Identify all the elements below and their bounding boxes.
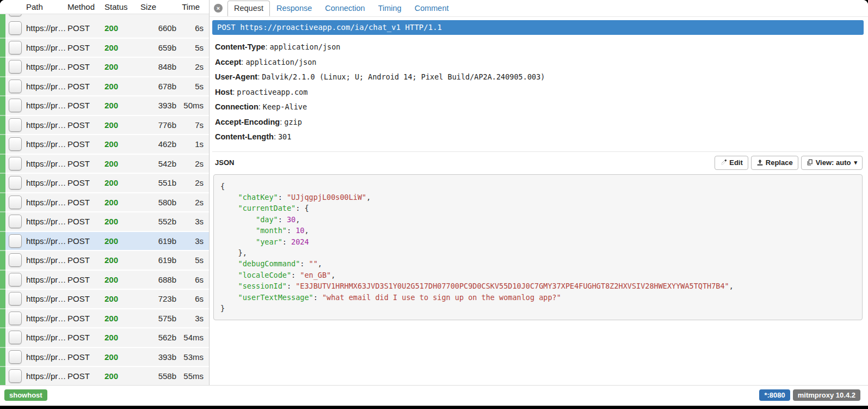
main-area: Path Method Status Size Time https://pr…… <box>0 0 868 385</box>
flow-method: POST <box>67 82 104 91</box>
edit-button[interactable]: Edit <box>715 156 748 170</box>
flow-time: 3s <box>176 314 206 323</box>
flow-method: POST <box>67 178 104 187</box>
flow-row[interactable]: https://pr…POST200551b2s <box>0 174 209 192</box>
flow-size: 562b <box>140 333 176 342</box>
flow-file-icon <box>9 60 22 74</box>
flow-status: 200 <box>104 217 140 226</box>
flow-row[interactable]: https://pr…POST200558b55ms <box>0 367 209 385</box>
flow-row[interactable]: https://pr…POST200393b50ms <box>0 96 209 115</box>
header-line[interactable]: Connection: Keep-Alive <box>215 100 864 115</box>
column-header-status[interactable]: Status <box>104 2 140 11</box>
flow-status: 200 <box>104 255 140 265</box>
flow-time: 2s <box>176 178 206 187</box>
flow-size: 558b <box>140 371 176 381</box>
flow-row[interactable]: https://pr…POST200393b53ms <box>0 348 209 367</box>
flow-row[interactable]: https://pr…POST200660b6s <box>0 19 209 38</box>
flow-size: 660b <box>140 23 176 33</box>
marker-stripe <box>0 39 5 57</box>
flow-row[interactable]: https://pr…POST200776b7s <box>0 116 209 135</box>
flow-row[interactable]: https://pr…POST200552b3s <box>0 212 209 231</box>
flow-path: https://pr… <box>26 314 67 323</box>
flow-size: 723b <box>140 294 176 303</box>
flow-file-icon <box>9 157 22 170</box>
marker-stripe <box>0 309 5 328</box>
tab-connection[interactable]: Connection <box>318 1 371 16</box>
header-line[interactable]: Accept: application/json <box>215 55 864 70</box>
flow-file-icon <box>9 215 22 228</box>
marker-stripe <box>0 58 5 76</box>
json-body-view[interactable]: { "chatKey": "UJjqgpjL00s00LiW", "curren… <box>213 174 863 321</box>
column-header-size[interactable]: Size <box>140 2 176 11</box>
flow-time: 6s <box>176 275 206 284</box>
flow-row[interactable]: https://pr…POST200723b6s <box>0 290 209 308</box>
flow-rows: https://pr…POST https://pr…POST200660b6s… <box>0 14 209 385</box>
flow-row[interactable]: https://pr…POST200848b2s <box>0 58 209 76</box>
marker-stripe <box>0 155 5 173</box>
flow-status: 200 <box>104 333 140 342</box>
flow-size: 659b <box>140 43 176 52</box>
marker-stripe <box>0 77 5 96</box>
column-header-time[interactable]: Time <box>176 2 206 11</box>
flow-row[interactable]: https://pr…POST200688b6s <box>0 271 209 289</box>
replace-button[interactable]: Replace <box>751 156 798 170</box>
flow-size: 776b <box>140 120 176 130</box>
upload-icon <box>756 159 764 166</box>
row-icon-cell <box>5 176 26 190</box>
header-line[interactable]: Content-Length: 301 <box>215 130 864 145</box>
flow-method: POST <box>67 275 104 284</box>
marker-stripe <box>0 14 5 19</box>
flow-row[interactable]: https://pr…POST200580b2s <box>0 193 209 212</box>
flow-file-icon <box>9 292 22 306</box>
flow-status: 200 <box>104 120 140 130</box>
marker-stripe <box>0 367 5 385</box>
flow-row[interactable]: https://pr…POST200619b5s <box>0 251 209 270</box>
row-icon-cell <box>5 234 26 248</box>
tab-comment[interactable]: Comment <box>408 1 455 16</box>
header-line[interactable]: Accept-Encoding: gzip <box>215 115 864 130</box>
marker-stripe <box>0 96 5 115</box>
flow-row[interactable]: https://pr…POST200462b1s <box>0 135 209 154</box>
flow-time: 3s <box>176 217 206 226</box>
column-header-method[interactable]: Method <box>67 2 104 11</box>
flow-size: 678b <box>140 82 176 91</box>
header-line[interactable]: User-Agent: Dalvik/2.1.0 (Linux; U; Andr… <box>215 70 864 85</box>
flow-row[interactable]: https://pr…POST200575b3s <box>0 309 209 328</box>
flow-file-icon <box>9 350 22 364</box>
flow-row[interactable]: https://pr…POST200659b5s <box>0 39 209 57</box>
tab-timing[interactable]: Timing <box>372 1 408 16</box>
flow-time: 54ms <box>176 333 206 342</box>
row-icon-cell <box>5 196 26 209</box>
request-first-line[interactable]: POST https://proactiveapp.com/ia/chat_v1… <box>212 20 864 35</box>
flow-file-icon <box>9 196 22 209</box>
flow-row[interactable]: https://pr…POST200619b3s <box>0 232 209 251</box>
flow-path: https://pr… <box>26 23 67 33</box>
flow-row[interactable]: https://pr…POST200542b2s <box>0 155 209 173</box>
flow-status: 200 <box>104 352 140 362</box>
flow-row[interactable]: https://pr…POST <box>0 14 209 19</box>
flow-method: POST <box>67 159 104 168</box>
header-line[interactable]: Host: proactiveapp.com <box>215 85 864 100</box>
close-icon[interactable]: × <box>214 4 223 13</box>
view-mode-button[interactable]: View: auto ▾ <box>801 156 863 170</box>
header-name: Content-Type <box>215 42 265 51</box>
request-headers: Content-Type: application/jsonAccept: ap… <box>212 35 864 146</box>
flow-method: POST <box>67 314 104 323</box>
copy-pages-icon <box>807 159 814 166</box>
flow-status: 200 <box>104 371 140 381</box>
json-line: } <box>220 303 855 314</box>
header-line[interactable]: Content-Type: application/json <box>215 40 864 55</box>
flow-file-icon <box>9 99 22 112</box>
flow-file-icon <box>9 41 22 54</box>
proxy-port-badge: *:8080 <box>759 389 790 401</box>
flow-size: 848b <box>140 62 176 71</box>
flow-size: 580b <box>140 198 176 207</box>
flow-table-header: Path Method Status Size Time <box>0 0 209 14</box>
flow-status: 200 <box>104 198 140 207</box>
flow-row[interactable]: https://pr…POST200678b5s <box>0 77 209 96</box>
tab-response[interactable]: Response <box>270 1 318 16</box>
marker-stripe <box>0 271 5 289</box>
column-header-path[interactable]: Path <box>26 2 67 11</box>
flow-row[interactable]: https://pr…POST200562b54ms <box>0 328 209 347</box>
tab-request[interactable]: Request <box>227 1 270 16</box>
